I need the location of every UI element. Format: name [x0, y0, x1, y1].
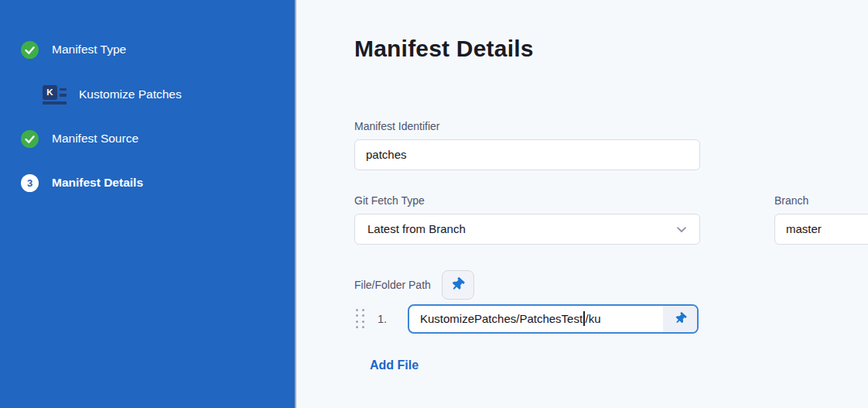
add-file-button[interactable]: Add File	[370, 358, 419, 372]
branch-label: Branch	[774, 194, 868, 207]
git-fetch-type-group: Git Fetch Type Latest from Branch	[354, 194, 700, 245]
path-row-number: 1.	[378, 313, 391, 325]
git-fetch-type-value: Latest from Branch	[367, 222, 466, 235]
step-number-badge: 3	[21, 174, 39, 192]
kustomize-k-icon: K	[43, 85, 67, 105]
sidebar-step-manifest-details[interactable]: 3 Manifest Details	[0, 173, 295, 192]
sidebar-substep-kustomize-patches[interactable]: K Kustomize Patches	[0, 84, 295, 105]
path-pin-button[interactable]	[663, 306, 697, 332]
chevron-down-icon	[676, 222, 687, 235]
pin-icon	[449, 275, 467, 293]
branch-group: Branch	[774, 194, 868, 245]
drag-handle-icon[interactable]	[356, 309, 364, 329]
path-input[interactable]: KustomizePatches/PatchesTest /ku	[409, 306, 663, 332]
path-input-group: KustomizePatches/PatchesTest /ku	[408, 304, 699, 334]
pin-icon	[672, 310, 688, 327]
manifest-details-panel: Manifest Details Manifest Identifier Git…	[296, 0, 868, 408]
page-title: Manifest Details	[354, 36, 868, 63]
sidebar-step-manifest-source[interactable]: Manifest Source	[0, 129, 295, 148]
text-caret	[583, 311, 585, 326]
wizard-stepper-sidebar: Manifest Type K Kustomize Patches Manife…	[0, 0, 296, 408]
branch-input[interactable]	[774, 214, 868, 245]
manifest-identifier-label: Manifest Identifier	[354, 120, 868, 132]
runtime-input-pin-button[interactable]	[442, 270, 474, 300]
step-label: Manifest Type	[52, 43, 126, 57]
check-circle-icon	[21, 41, 39, 59]
step-label: Manifest Source	[52, 132, 138, 146]
path-value-after-caret: /ku	[586, 312, 601, 325]
path-value-before-caret: KustomizePatches/PatchesTest	[420, 312, 583, 325]
path-row-1: 1. KustomizePatches/PatchesTest /ku	[354, 304, 868, 334]
substep-label: Kustomize Patches	[79, 87, 182, 101]
sidebar-step-manifest-type[interactable]: Manifest Type	[0, 40, 295, 59]
step-label: Manifest Details	[52, 176, 143, 190]
check-circle-icon	[21, 130, 39, 148]
manifest-identifier-input[interactable]	[354, 139, 700, 170]
git-fetch-type-label: Git Fetch Type	[354, 194, 700, 207]
git-fetch-type-select[interactable]: Latest from Branch	[354, 214, 700, 245]
file-folder-path-label: File/Folder Path	[354, 279, 431, 291]
